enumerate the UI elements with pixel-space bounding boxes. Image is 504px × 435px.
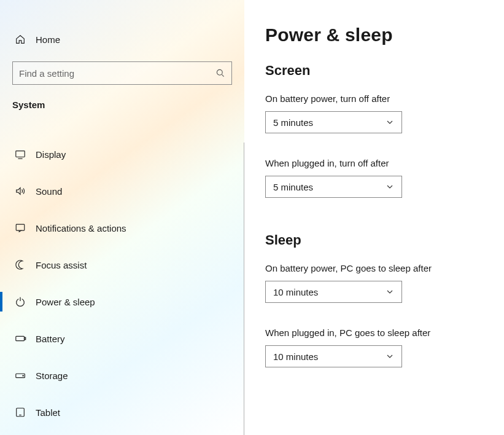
dropdown-value: 5 minutes: [273, 182, 313, 192]
focus-icon: [15, 259, 36, 270]
sidebar-item-label: Storage: [36, 370, 68, 381]
sound-icon: [15, 186, 36, 197]
home-label: Home: [36, 34, 60, 45]
home-nav[interactable]: Home: [0, 27, 244, 52]
section-title-screen: Screen: [265, 63, 479, 79]
svg-rect-2: [16, 151, 25, 157]
sleep-plugged-label: When plugged in, PC goes to sleep after: [265, 327, 479, 338]
sidebar-item-focus-assist[interactable]: Focus assist: [0, 250, 244, 280]
sidebar-item-display[interactable]: Display: [0, 139, 244, 169]
sidebar-item-label: Focus assist: [36, 260, 87, 270]
dropdown-value: 10 minutes: [273, 351, 318, 362]
chevron-down-icon: [386, 352, 394, 361]
sidebar-item-label: Notifications & actions: [36, 223, 126, 233]
svg-rect-6: [16, 336, 25, 340]
tablet-icon: [15, 407, 36, 418]
sidebar-item-storage[interactable]: Storage: [0, 361, 244, 390]
category-label: System: [0, 100, 244, 110]
nav-list: Display Sound Notifications & actions: [0, 139, 244, 427]
page-title: Power & sleep: [265, 25, 479, 45]
sidebar-item-battery[interactable]: Battery: [0, 324, 244, 353]
sidebar-item-label: Battery: [36, 334, 65, 344]
search-input[interactable]: [19, 68, 215, 79]
sidebar: Home System Display: [0, 0, 244, 435]
sidebar-item-sound[interactable]: Sound: [0, 176, 244, 206]
svg-point-0: [217, 69, 222, 75]
sleep-battery-label: On battery power, PC goes to sleep after: [265, 263, 479, 273]
storage-icon: [15, 370, 36, 381]
sidebar-item-label: Power & sleep: [36, 297, 95, 307]
screen-plugged-dropdown[interactable]: 5 minutes: [265, 176, 402, 198]
sleep-battery-dropdown[interactable]: 10 minutes: [265, 281, 402, 303]
section-title-sleep: Sleep: [265, 232, 479, 248]
main-content: Power & sleep Screen On battery power, t…: [244, 0, 504, 435]
notifications-icon: [15, 222, 36, 233]
search-input-container[interactable]: [12, 61, 232, 85]
screen-battery-label: On battery power, turn off after: [265, 93, 479, 104]
sidebar-item-label: Display: [36, 149, 66, 160]
screen-plugged-label: When plugged in, turn off after: [265, 158, 479, 168]
power-icon: [15, 296, 36, 307]
dropdown-value: 10 minutes: [273, 287, 318, 297]
svg-point-9: [23, 375, 23, 376]
chevron-down-icon: [386, 182, 394, 191]
sidebar-item-notifications[interactable]: Notifications & actions: [0, 213, 244, 243]
sidebar-item-tablet[interactable]: Tablet: [0, 398, 244, 427]
dropdown-value: 5 minutes: [273, 117, 313, 128]
sidebar-item-label: Tablet: [36, 407, 60, 418]
sleep-plugged-dropdown[interactable]: 10 minutes: [265, 345, 402, 367]
sidebar-item-power-sleep[interactable]: Power & sleep: [0, 287, 244, 316]
sidebar-item-label: Sound: [36, 186, 62, 197]
search-icon: [215, 68, 225, 78]
battery-icon: [15, 333, 36, 344]
home-icon: [15, 34, 36, 45]
display-icon: [15, 149, 36, 160]
svg-line-1: [222, 74, 223, 76]
screen-battery-dropdown[interactable]: 5 minutes: [265, 111, 402, 133]
svg-rect-4: [16, 224, 25, 230]
chevron-down-icon: [386, 288, 394, 296]
chevron-down-icon: [386, 118, 394, 127]
svg-rect-7: [25, 337, 26, 340]
